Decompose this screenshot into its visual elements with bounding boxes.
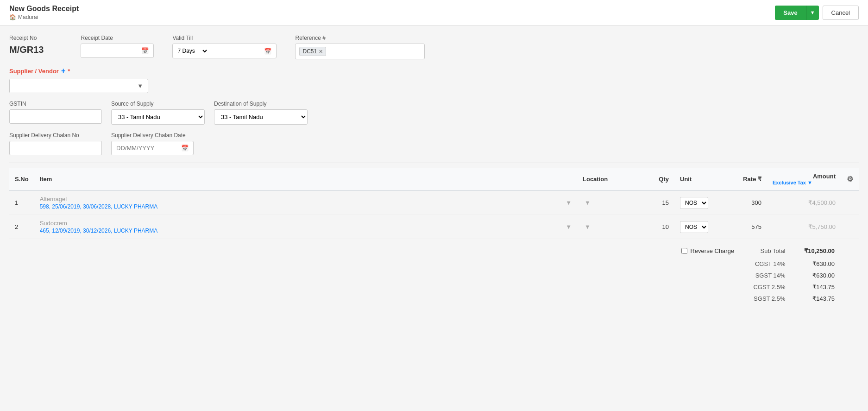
- receipt-date-group: Receipt Date 04/11/2020 📅: [81, 35, 154, 58]
- col-rate: Rate ₹: [721, 168, 767, 191]
- valid-till-date-input[interactable]: 11/11/2020: [208, 44, 259, 58]
- table-row: 1 Alternagel 598, 25/06/2019, 30/06/2028…: [9, 190, 859, 215]
- sgst1-row: SGST 14% ₹630.00: [664, 270, 840, 281]
- breadcrumb-text: Madurai: [18, 14, 38, 20]
- gstin-input[interactable]: 33AADCB2230M1Z0: [9, 109, 102, 124]
- col-amount: Amount Exclusive Tax ▼: [767, 168, 841, 191]
- supplier-dropdown-icon[interactable]: ▼: [132, 79, 148, 93]
- sub-total-value: ₹10,250.00: [791, 244, 841, 258]
- receipt-date-calendar-icon[interactable]: 📅: [137, 44, 153, 57]
- row2-unit-select[interactable]: NOS: [680, 221, 708, 233]
- destination-supply-select[interactable]: 33 - Tamil Nadu: [214, 110, 307, 124]
- amount-label: Amount: [773, 173, 836, 180]
- top-bar-right: Save ▼ Cancel: [775, 6, 859, 20]
- reference-tag-close-icon[interactable]: ✕: [319, 49, 323, 55]
- table-settings-icon[interactable]: ⚙: [847, 175, 853, 183]
- cgst2-value: ₹143.75: [791, 281, 841, 293]
- row2-rate: 575: [721, 215, 767, 239]
- row2-item-cell: Sudocrem 465, 12/09/2019, 30/12/2026, LU…: [34, 215, 577, 239]
- col-settings: ⚙: [841, 168, 859, 191]
- row1-qty: 15: [637, 190, 674, 215]
- col-qty: Qty: [637, 168, 674, 191]
- receipt-no-label: Receipt No: [9, 35, 44, 41]
- row1-location: ▼: [577, 190, 637, 215]
- delivery-chalan-no-group: Supplier Delivery Chalan No: [9, 132, 102, 155]
- receipt-date-label: Receipt Date: [81, 35, 154, 41]
- supplier-section-label: Supplier / Vendor + *: [9, 67, 859, 75]
- row2-unit-wrap: NOS: [680, 221, 715, 233]
- source-supply-select-wrap: 33 - Tamil Nadu: [111, 109, 205, 125]
- reverse-charge-cell: Reverse Charge: [664, 244, 740, 258]
- reference-label: Reference #: [295, 35, 425, 41]
- valid-till-input-wrap: 7 Days 15 Days 30 Days 11/11/2020 📅: [172, 44, 277, 58]
- table-row: 2 Sudocrem 465, 12/09/2019, 30/12/2026, …: [9, 215, 859, 239]
- reverse-charge-label-wrap: Reverse Charge: [670, 247, 734, 254]
- items-table: S.No Item Location Qty Unit Rate ₹ Amoun…: [9, 168, 859, 239]
- cgst1-label: CGST 14%: [740, 258, 791, 270]
- cancel-button[interactable]: Cancel: [823, 6, 859, 20]
- row1-unit-cell: NOS: [674, 190, 721, 215]
- row1-item-wrap: Alternagel 598, 25/06/2019, 30/06/2028, …: [40, 196, 572, 210]
- col-item: Item: [34, 168, 577, 191]
- valid-till-calendar-icon[interactable]: 📅: [259, 44, 276, 58]
- delivery-chalan-date-calendar-icon[interactable]: 📅: [176, 141, 193, 155]
- row2-location-dropdown-icon[interactable]: ▼: [585, 223, 591, 230]
- row1-amount: ₹4,500.00: [767, 190, 841, 215]
- valid-till-days-select[interactable]: 7 Days 15 Days 30 Days: [173, 44, 208, 58]
- reverse-charge-row: Reverse Charge Sub Total ₹10,250.00: [664, 244, 840, 258]
- source-supply-select[interactable]: 33 - Tamil Nadu: [112, 110, 204, 124]
- save-button[interactable]: Save: [775, 6, 805, 20]
- row2-item-content: Sudocrem 465, 12/09/2019, 30/12/2026, LU…: [40, 220, 158, 234]
- row1-actions: [841, 190, 859, 215]
- supplier-label-text: Supplier / Vendor: [9, 68, 59, 75]
- supplier-add-icon[interactable]: +: [61, 67, 65, 75]
- save-dropdown-button[interactable]: ▼: [806, 6, 819, 20]
- receipt-date-input-wrap: 04/11/2020 📅: [81, 44, 154, 58]
- row1-item-meta: 598, 25/06/2019, 30/06/2028, LUCKY PHARM…: [40, 203, 158, 210]
- row1-unit-wrap: NOS: [680, 197, 715, 209]
- reference-input-wrap[interactable]: DC51 ✕: [295, 44, 425, 59]
- row2-item-name: Sudocrem: [40, 220, 158, 227]
- row1-location-wrap: ▼: [583, 199, 632, 206]
- reverse-charge-label: Reverse Charge: [690, 247, 734, 254]
- row2-item-wrap: Sudocrem 465, 12/09/2019, 30/12/2026, LU…: [40, 220, 572, 234]
- gstin-label: GSTIN: [9, 101, 102, 107]
- delivery-chalan-no-input[interactable]: [9, 141, 102, 155]
- tax-label-text: Exclusive Tax: [773, 180, 806, 185]
- sub-total-label: Sub Total: [740, 244, 791, 258]
- sgst2-row: SGST 2.5% ₹143.75: [664, 293, 840, 304]
- tax-label[interactable]: Exclusive Tax ▼: [773, 180, 836, 185]
- receipt-date-input[interactable]: 04/11/2020: [81, 44, 137, 57]
- form-row-1: Receipt No M/GR13 Receipt Date 04/11/202…: [9, 35, 859, 59]
- row2-item-meta: 465, 12/09/2019, 30/12/2026, LUCKY PHARM…: [40, 228, 158, 234]
- row1-unit-select[interactable]: NOS: [680, 197, 708, 209]
- destination-supply-label: Destination of Supply: [214, 101, 308, 107]
- supplier-input[interactable]: Chennai: [10, 79, 132, 93]
- row2-sno: 2: [9, 215, 34, 239]
- supplier-section: Supplier / Vendor + * Chennai ▼: [9, 67, 859, 93]
- col-sno: S.No: [9, 168, 34, 191]
- reference-group: Reference # DC51 ✕: [295, 35, 425, 59]
- cgst1-value: ₹630.00: [791, 258, 841, 270]
- totals-section: Reverse Charge Sub Total ₹10,250.00 CGST…: [9, 244, 859, 304]
- row1-rate: 300: [721, 190, 767, 215]
- row1-item-name: Alternagel: [40, 196, 158, 202]
- table-header-row: S.No Item Location Qty Unit Rate ₹ Amoun…: [9, 168, 859, 191]
- page-title: New Goods Receipt: [9, 5, 79, 13]
- valid-till-group: Valid Till 7 Days 15 Days 30 Days 11/11/…: [172, 35, 277, 58]
- delivery-chalan-date-wrap: 📅: [111, 141, 194, 155]
- row2-location: ▼: [577, 215, 637, 239]
- top-bar-left: New Goods Receipt 🏠 Madurai: [9, 5, 79, 20]
- destination-supply-group: Destination of Supply 33 - Tamil Nadu: [214, 101, 308, 125]
- delivery-chalan-date-input[interactable]: [112, 141, 176, 155]
- row2-item-dropdown-icon[interactable]: ▼: [566, 223, 572, 230]
- row1-item-dropdown-icon[interactable]: ▼: [566, 199, 572, 206]
- row1-location-dropdown-icon[interactable]: ▼: [585, 199, 591, 206]
- row2-unit-cell: NOS: [674, 215, 721, 239]
- row2-location-wrap: ▼: [583, 223, 632, 230]
- reverse-charge-checkbox[interactable]: [681, 248, 687, 254]
- cgst2-row: CGST 2.5% ₹143.75: [664, 281, 840, 293]
- form-row-3: Supplier Delivery Chalan No Supplier Del…: [9, 132, 859, 155]
- supplier-select-wrap[interactable]: Chennai ▼: [9, 79, 148, 93]
- tax-dropdown-icon[interactable]: ▼: [807, 180, 812, 185]
